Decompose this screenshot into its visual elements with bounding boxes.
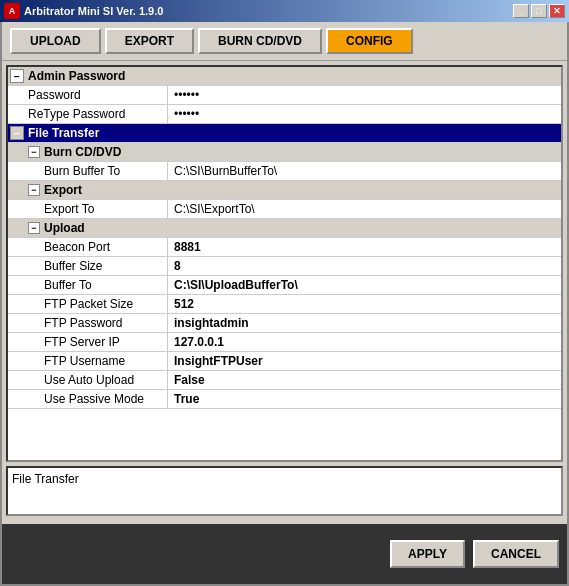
section-admin-password[interactable]: − Admin Password [8, 67, 561, 86]
admin-password-label: Admin Password [28, 69, 125, 83]
value-ftp-username: InsightFTPUser [168, 352, 561, 370]
config-button[interactable]: CONFIG [326, 28, 413, 54]
toolbar: UPLOAD EXPORT BURN CD/DVD CONFIG [2, 22, 567, 61]
subsection-export[interactable]: − Export [8, 181, 561, 200]
maximize-button[interactable]: □ [531, 4, 547, 18]
info-panel: File Transfer [6, 466, 563, 516]
app-icon: A [4, 3, 20, 19]
subsection-burn-cd-dvd[interactable]: − Burn CD/DVD [8, 143, 561, 162]
export-button[interactable]: EXPORT [105, 28, 194, 54]
value-ftp-password: insightadmin [168, 314, 561, 332]
upload-button[interactable]: UPLOAD [10, 28, 101, 54]
label-use-auto-upload: Use Auto Upload [8, 371, 168, 389]
admin-password-toggle[interactable]: − [10, 69, 24, 83]
section-file-transfer[interactable]: − File Transfer [8, 124, 561, 143]
row-use-auto-upload: Use Auto Upload False [8, 371, 561, 390]
label-burn-buffer-to: Burn Buffer To [8, 162, 168, 180]
row-buffer-size: Buffer Size 8 [8, 257, 561, 276]
label-buffer-size: Buffer Size [8, 257, 168, 275]
file-transfer-toggle[interactable]: − [10, 126, 24, 140]
upload-toggle[interactable]: − [28, 222, 40, 234]
label-buffer-to: Buffer To [8, 276, 168, 294]
main-container: UPLOAD EXPORT BURN CD/DVD CONFIG − Admin… [0, 22, 569, 586]
burn-cd-dvd-button[interactable]: BURN CD/DVD [198, 28, 322, 54]
row-buffer-to: Buffer To C:\SI\UploadBufferTo\ [8, 276, 561, 295]
subsection-upload[interactable]: − Upload [8, 219, 561, 238]
label-beacon-port: Beacon Port [8, 238, 168, 256]
row-retype-password: ReType Password •••••• [8, 105, 561, 124]
value-password: •••••• [168, 86, 561, 104]
value-buffer-to: C:\SI\UploadBufferTo\ [168, 276, 561, 294]
content-area: − Admin Password Password •••••• ReType … [2, 61, 567, 520]
row-beacon-port: Beacon Port 8881 [8, 238, 561, 257]
value-buffer-size: 8 [168, 257, 561, 275]
value-burn-buffer-to: C:\SI\BurnBufferTo\ [168, 162, 561, 180]
upload-label: Upload [44, 221, 85, 235]
row-ftp-username: FTP Username InsightFTPUser [8, 352, 561, 371]
row-ftp-server-ip: FTP Server IP 127.0.0.1 [8, 333, 561, 352]
value-use-passive-mode: True [168, 390, 561, 408]
row-ftp-packet-size: FTP Packet Size 512 [8, 295, 561, 314]
burn-cd-dvd-toggle[interactable]: − [28, 146, 40, 158]
export-toggle[interactable]: − [28, 184, 40, 196]
row-export-to: Export To C:\SI\ExportTo\ [8, 200, 561, 219]
value-use-auto-upload: False [168, 371, 561, 389]
cancel-button[interactable]: CANCEL [473, 540, 559, 568]
minimize-button[interactable]: _ [513, 4, 529, 18]
window-controls: _ □ ✕ [513, 4, 565, 18]
value-export-to: C:\SI\ExportTo\ [168, 200, 561, 218]
property-grid: − Admin Password Password •••••• ReType … [6, 65, 563, 462]
label-use-passive-mode: Use Passive Mode [8, 390, 168, 408]
bottom-area: APPLY CANCEL [2, 524, 567, 584]
label-ftp-packet-size: FTP Packet Size [8, 295, 168, 313]
value-retype-password: •••••• [168, 105, 561, 123]
title-bar: A Arbitrator Mini SI Ver. 1.9.0 _ □ ✕ [0, 0, 569, 22]
value-ftp-server-ip: 127.0.0.1 [168, 333, 561, 351]
label-password: Password [8, 86, 168, 104]
info-panel-text: File Transfer [12, 472, 79, 486]
export-label: Export [44, 183, 82, 197]
row-password: Password •••••• [8, 86, 561, 105]
label-export-to: Export To [8, 200, 168, 218]
value-beacon-port: 8881 [168, 238, 561, 256]
close-button[interactable]: ✕ [549, 4, 565, 18]
label-retype-password: ReType Password [8, 105, 168, 123]
label-ftp-username: FTP Username [8, 352, 168, 370]
row-use-passive-mode: Use Passive Mode True [8, 390, 561, 409]
label-ftp-password: FTP Password [8, 314, 168, 332]
row-burn-buffer-to: Burn Buffer To C:\SI\BurnBufferTo\ [8, 162, 561, 181]
label-ftp-server-ip: FTP Server IP [8, 333, 168, 351]
file-transfer-label: File Transfer [28, 126, 99, 140]
apply-button[interactable]: APPLY [390, 540, 465, 568]
burn-cd-dvd-label: Burn CD/DVD [44, 145, 121, 159]
value-ftp-packet-size: 512 [168, 295, 561, 313]
row-ftp-password: FTP Password insightadmin [8, 314, 561, 333]
window-title: Arbitrator Mini SI Ver. 1.9.0 [24, 5, 513, 17]
